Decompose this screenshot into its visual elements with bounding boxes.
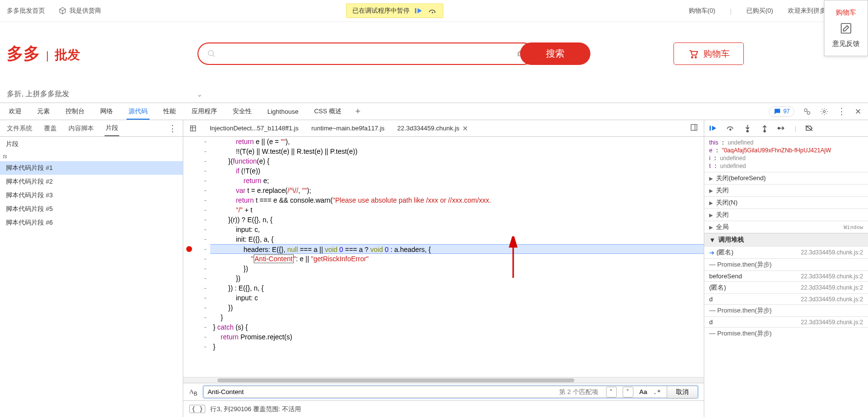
supplier-link[interactable]: 我是供货商 bbox=[59, 6, 101, 15]
more-icon[interactable]: ⋮ bbox=[837, 106, 846, 117]
step-over-button-icon[interactable] bbox=[726, 124, 735, 132]
find-mode-toggle[interactable]: AB bbox=[189, 388, 197, 396]
match-case-toggle[interactable]: Aa bbox=[639, 388, 648, 396]
scope-variables: this: undefined e: "0aqAfaj5GilaU99xFhnZ… bbox=[704, 137, 868, 172]
callstack-frame[interactable]: d22.3d334459.chunk.js:2 bbox=[704, 316, 868, 327]
code-line[interactable]: return Promise.reject(s) bbox=[210, 332, 704, 342]
callstack-frame[interactable]: (匿名)22.3d334459.chunk.js:2 bbox=[704, 281, 868, 293]
deactivate-breakpoints-icon[interactable] bbox=[805, 124, 813, 132]
code-line[interactable]: } bbox=[210, 342, 704, 352]
svg-point-6 bbox=[804, 108, 807, 111]
code-line[interactable]: "Anti-Content": e || "getRisckInfoError" bbox=[210, 254, 704, 264]
search-button[interactable]: 搜索 bbox=[520, 42, 590, 65]
devtools-tab-9[interactable]: CSS 概述 bbox=[312, 104, 344, 119]
scope-section[interactable]: ▶关闭 bbox=[704, 208, 868, 221]
svg-point-4 bbox=[692, 57, 693, 58]
scope-section[interactable]: ▶全局Window bbox=[704, 221, 868, 233]
code-line[interactable]: return e; bbox=[210, 176, 704, 186]
scope-section[interactable]: ▶关闭(N) bbox=[704, 196, 868, 208]
gear-icon[interactable] bbox=[820, 107, 828, 116]
code-line[interactable]: return e || (e = ""), bbox=[210, 137, 704, 146]
feedback-label: 意见反馈 bbox=[832, 40, 860, 48]
file-tab[interactable]: 22.3d334459.chunk.js✕ bbox=[397, 125, 468, 132]
chevron-down-icon: ⌄ bbox=[196, 90, 203, 99]
topbar-bought[interactable]: 已购买(0) bbox=[746, 6, 773, 15]
snippet-item[interactable]: 脚本代码片段 #1 bbox=[0, 161, 183, 175]
devtools-tab-7[interactable]: 安全性 bbox=[231, 104, 254, 119]
devtools-tab-5[interactable]: 性能 bbox=[161, 104, 178, 119]
find-next-icon[interactable]: ˅ bbox=[623, 387, 633, 397]
code-line[interactable]: headers: E({}, null === a || void 0 === … bbox=[210, 244, 704, 254]
code-line[interactable]: }) bbox=[210, 273, 704, 283]
search-box[interactable] bbox=[197, 42, 535, 65]
callstack-frame[interactable]: ➔(匿名)22.3d334459.chunk.js:2 bbox=[704, 246, 868, 258]
step-over-icon[interactable] bbox=[428, 7, 437, 14]
code-line[interactable]: "/" + t bbox=[210, 205, 704, 215]
find-prev-icon[interactable]: ˄ bbox=[606, 387, 617, 397]
code-line[interactable]: input: c bbox=[210, 293, 704, 303]
callstack-header[interactable]: ▼调用堆栈 bbox=[704, 233, 868, 246]
horizontal-scrollbar[interactable] bbox=[183, 377, 704, 383]
callstack-frame[interactable]: beforeSend22.3d334459.chunk.js:2 bbox=[704, 271, 868, 281]
code-line[interactable]: init: E({}, a, { bbox=[210, 234, 704, 244]
snippet-item[interactable]: 脚本代码片段 #6 bbox=[0, 216, 183, 229]
code-line[interactable]: }) bbox=[210, 303, 704, 313]
add-tab-icon[interactable]: + bbox=[355, 106, 361, 117]
code-line[interactable]: }) bbox=[210, 264, 704, 273]
resume-button-icon[interactable] bbox=[709, 124, 717, 132]
devtools-tab-0[interactable]: 欢迎 bbox=[7, 104, 23, 119]
resume-icon[interactable] bbox=[414, 7, 423, 14]
topbar-cart[interactable]: 购物车(0) bbox=[689, 6, 716, 15]
close-file-icon[interactable]: ✕ bbox=[462, 125, 468, 132]
code-line[interactable]: !!(T(e) || W.test(e) || R.test(e) || P.t… bbox=[210, 146, 704, 156]
devtools-tab-3[interactable]: 网络 bbox=[98, 104, 115, 119]
devtools-tab-6[interactable]: 应用程序 bbox=[190, 104, 219, 119]
site-header: 多多 | 批发 搜索 购物车 bbox=[0, 22, 868, 85]
home-link[interactable]: 多多批发首页 bbox=[7, 6, 45, 15]
code-area[interactable]: ---------------------- return e || (e = … bbox=[183, 137, 704, 377]
site-logo[interactable]: 多多 | 批发 bbox=[7, 42, 80, 65]
devtools-tab-8[interactable]: Lighthouse bbox=[265, 104, 301, 119]
nav-files-icon[interactable] bbox=[189, 125, 197, 132]
snippet-item[interactable]: 脚本代码片段 #5 bbox=[0, 202, 183, 216]
sources-subtab-3[interactable]: 片段 bbox=[105, 121, 119, 136]
file-tab[interactable]: runtime~main.be9fa117.js bbox=[311, 125, 385, 132]
code-line[interactable]: } catch (s) { bbox=[210, 322, 704, 332]
devtools-tab-4[interactable]: 源代码 bbox=[127, 104, 150, 120]
pretty-print-icon[interactable]: { } bbox=[189, 405, 205, 413]
cart-button[interactable]: 购物车 bbox=[673, 42, 744, 65]
code-line[interactable]: }(r)) ? E({}, n, { bbox=[210, 215, 704, 225]
sources-more-icon[interactable]: ⋮ bbox=[168, 123, 177, 134]
devtools-tab-1[interactable]: 元素 bbox=[35, 104, 52, 119]
snippet-item[interactable]: 脚本代码片段 #2 bbox=[0, 175, 183, 188]
callstack-frame[interactable]: d22.3d334459.chunk.js:2 bbox=[704, 293, 868, 304]
code-line[interactable]: }) : E({}, n, { bbox=[210, 283, 704, 293]
snippet-item[interactable]: 脚本代码片段 #3 bbox=[0, 188, 183, 202]
sources-subtab-1[interactable]: 覆盖 bbox=[43, 121, 58, 136]
settings-extra-icon[interactable] bbox=[803, 107, 811, 116]
code-line[interactable]: return t === e && console.warn("Please u… bbox=[210, 195, 704, 205]
find-cancel-button[interactable]: 取消 bbox=[667, 386, 698, 398]
step-icon[interactable] bbox=[778, 124, 786, 132]
callstack-group: — Promise.then(异步) bbox=[704, 258, 868, 271]
scope-section[interactable]: ▶关闭 bbox=[704, 184, 868, 196]
code-line[interactable]: var t = e.replace(/^\//, ""); bbox=[210, 186, 704, 195]
code-line[interactable]: input: c, bbox=[210, 225, 704, 234]
feedback-float[interactable]: 购物车 意见反馈 bbox=[824, 0, 868, 56]
devtools-tab-2[interactable]: 控制台 bbox=[64, 104, 87, 119]
toggle-sidebar-icon[interactable] bbox=[690, 124, 698, 131]
step-out-icon[interactable] bbox=[760, 124, 769, 132]
search-input[interactable] bbox=[222, 50, 510, 58]
scope-section[interactable]: ▶关闭(beforeSend) bbox=[704, 172, 868, 184]
code-line[interactable]: } bbox=[210, 313, 704, 322]
code-line[interactable]: }(function(e) { bbox=[210, 156, 704, 166]
step-into-icon[interactable] bbox=[743, 124, 752, 132]
file-tab[interactable]: InjectionDetect...57_b1148ff1.js bbox=[210, 125, 299, 132]
code-line[interactable]: if (!T(e)) bbox=[210, 166, 704, 176]
close-devtools-icon[interactable]: ✕ bbox=[855, 107, 861, 116]
regex-toggle[interactable]: .* bbox=[653, 388, 661, 396]
sources-subtab-0[interactable]: 文件系统 bbox=[6, 121, 33, 136]
issues-badge[interactable]: 97 bbox=[769, 106, 794, 117]
breakpoint-marker[interactable] bbox=[186, 246, 192, 252]
sources-subtab-2[interactable]: 内容脚本 bbox=[67, 121, 95, 136]
